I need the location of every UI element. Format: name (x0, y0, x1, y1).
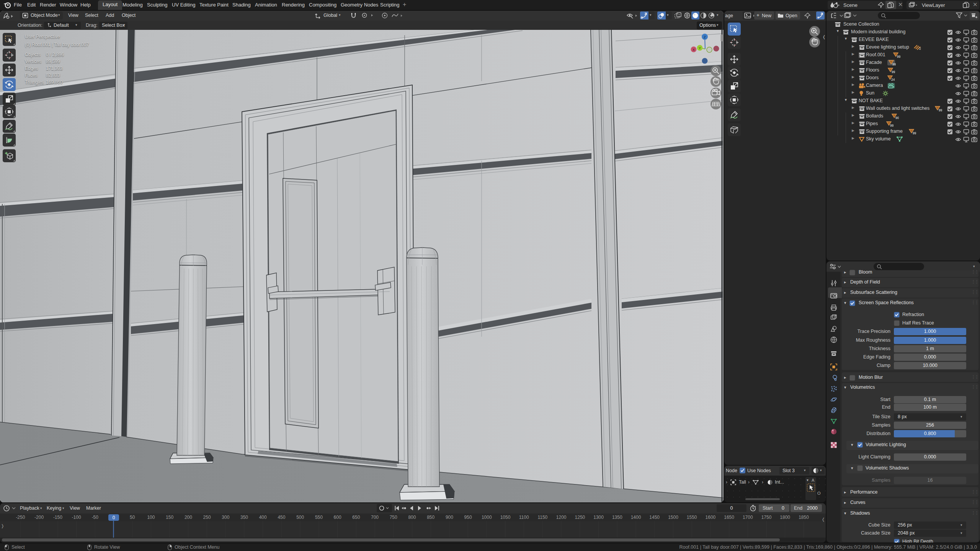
svg-text:700: 700 (371, 515, 379, 520)
svg-text:1200: 1200 (556, 515, 567, 520)
svg-text:24: 24 (891, 78, 895, 82)
svg-text:Y: Y (699, 46, 701, 50)
svg-text:900: 900 (446, 515, 453, 520)
svg-text:1150: 1150 (537, 515, 547, 520)
svg-text:-250: -250 (16, 515, 25, 520)
svg-text:99: 99 (913, 131, 916, 135)
svg-text:1750: 1750 (761, 515, 772, 520)
svg-text:1250: 1250 (575, 515, 585, 520)
svg-text:1650: 1650 (724, 515, 734, 520)
svg-text:300: 300 (222, 515, 229, 520)
svg-text:600: 600 (334, 515, 341, 520)
svg-text:1850: 1850 (799, 515, 809, 520)
svg-text:99: 99 (890, 124, 893, 127)
svg-text:1450: 1450 (649, 515, 660, 520)
svg-text:500: 500 (296, 515, 304, 520)
svg-text:750: 750 (390, 515, 397, 520)
svg-text:0: 0 (113, 515, 115, 520)
svg-text:950: 950 (464, 515, 472, 520)
svg-text:-200: -200 (34, 515, 44, 520)
svg-text:850: 850 (427, 515, 434, 520)
svg-text:90: 90 (895, 116, 899, 120)
svg-text:1300: 1300 (593, 515, 604, 520)
svg-text:-50: -50 (92, 515, 99, 520)
svg-text:1000: 1000 (482, 515, 492, 520)
svg-text:1050: 1050 (500, 515, 511, 520)
svg-text:1800: 1800 (780, 515, 790, 520)
svg-text:650: 650 (352, 515, 360, 520)
svg-text:X: X (693, 48, 695, 52)
svg-text:1500: 1500 (668, 515, 678, 520)
svg-text:450: 450 (278, 515, 285, 520)
svg-text:2: 2 (919, 47, 921, 50)
svg-text:350: 350 (240, 515, 248, 520)
svg-text:1350: 1350 (612, 515, 622, 520)
svg-text:99: 99 (897, 55, 900, 59)
svg-text:1600: 1600 (706, 515, 716, 520)
svg-text:550: 550 (315, 515, 323, 520)
svg-text:150: 150 (166, 515, 173, 520)
svg-text:1100: 1100 (519, 515, 529, 520)
svg-text:99: 99 (892, 62, 896, 66)
svg-text:800: 800 (408, 515, 416, 520)
svg-text:99: 99 (939, 108, 942, 112)
svg-text:100: 100 (147, 515, 155, 520)
svg-text:1550: 1550 (687, 515, 697, 520)
svg-text:Z: Z (704, 35, 706, 39)
svg-text:1700: 1700 (743, 515, 753, 520)
svg-text:99: 99 (892, 70, 895, 74)
svg-text:250: 250 (203, 515, 211, 520)
svg-text:-150: -150 (53, 515, 62, 520)
svg-text:50: 50 (130, 515, 135, 520)
svg-text:-100: -100 (72, 515, 81, 520)
svg-text:200: 200 (185, 515, 192, 520)
svg-text:400: 400 (259, 515, 267, 520)
svg-text:1400: 1400 (631, 515, 641, 520)
